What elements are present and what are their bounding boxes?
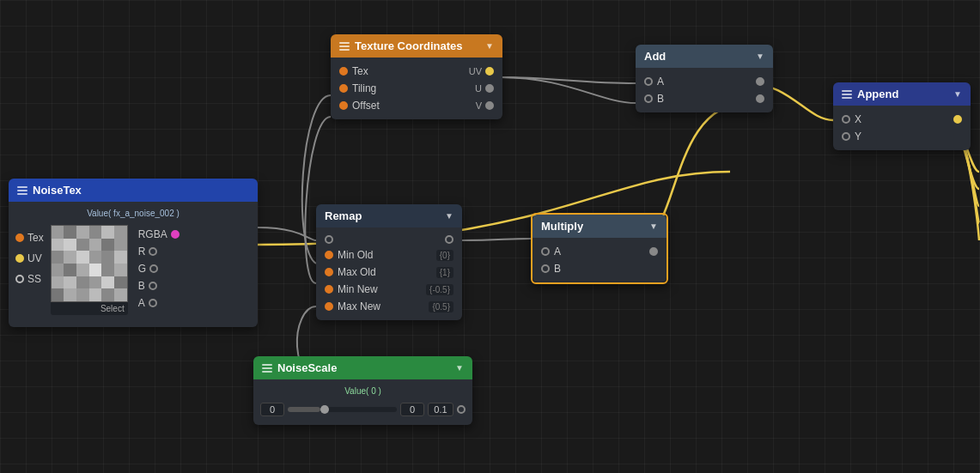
- noise-thumbnail-container: Select: [51, 225, 128, 315]
- node-noisescale: NoiseScale ▼ Value( 0 ) 0 0 0.1: [253, 356, 472, 425]
- node-noisetex: NoiseTex Value( fx_a_noise_002 ) Tex UV …: [9, 179, 258, 327]
- pin-row-b: B: [138, 280, 180, 292]
- pin-r: [149, 247, 157, 256]
- label-ss: SS: [27, 273, 41, 285]
- pin-g: [149, 264, 158, 273]
- node-add-title: Add: [644, 50, 751, 63]
- pin-minold-in: [325, 251, 333, 259]
- node-remap-header[interactable]: Remap ▼: [316, 204, 462, 227]
- pin-offset-in: [339, 101, 348, 110]
- wire-remap-to-multiply-a: [460, 239, 531, 240]
- node-multiply-row-a: A: [533, 243, 667, 260]
- label-minold: Min Old: [338, 249, 373, 261]
- label-u: U: [475, 83, 482, 94]
- node-append: Append ▼ X Y: [833, 82, 971, 150]
- label-b: B: [138, 280, 145, 292]
- menu-icon[interactable]: [339, 42, 350, 51]
- val-maxnew: {0.5}: [429, 301, 453, 312]
- wire-texcoord-uv-to-add-a: [501, 77, 636, 83]
- val-maxold: {1}: [436, 267, 453, 278]
- menu-icon[interactable]: [842, 90, 852, 99]
- label-uv: UV: [27, 252, 42, 264]
- pin-row-r: R: [138, 246, 180, 258]
- slider-row: 0 0 0.1: [253, 399, 472, 420]
- pin-row-g: G: [138, 263, 180, 275]
- label-a: A: [554, 246, 561, 258]
- slider-val-right[interactable]: 0.1: [428, 403, 453, 416]
- node-multiply-header[interactable]: Multiply ▼: [533, 215, 667, 238]
- node-append-row-y: Y: [833, 128, 971, 145]
- label-uv: UV: [469, 66, 482, 76]
- slider-track[interactable]: [288, 407, 397, 412]
- pin-row-a: A: [138, 297, 180, 309]
- node-remap-row-minold: Min Old {0}: [316, 246, 462, 264]
- pin-row-tex: Tex: [15, 232, 44, 244]
- pin-a-out: [756, 77, 764, 86]
- pin-tex: [15, 233, 24, 242]
- pin-row-uv: UV: [15, 252, 44, 264]
- pin-row-rgba: RGBA: [138, 228, 180, 240]
- node-remap-title: Remap: [325, 209, 440, 222]
- label-offset: Offset: [352, 100, 380, 112]
- wire-texcoord-uv-to-add-b: [501, 77, 636, 103]
- pin-maxnew-in: [325, 302, 333, 311]
- label-maxold: Max Old: [338, 266, 376, 278]
- pin-b-in: [644, 94, 653, 103]
- pin-minnew-in: [325, 285, 333, 294]
- chevron-down-icon[interactable]: ▼: [485, 41, 494, 51]
- menu-icon[interactable]: [262, 364, 272, 373]
- node-noisescale-header[interactable]: NoiseScale ▼: [253, 356, 472, 379]
- chevron-down-icon[interactable]: ▼: [455, 363, 464, 373]
- node-texcoord-row-tex: Tex UV: [331, 63, 502, 80]
- menu-icon[interactable]: [17, 186, 27, 195]
- pin-uv: [15, 254, 24, 263]
- node-noisetex-subtitle: Value( fx_a_noise_002 ): [9, 207, 258, 221]
- select-label[interactable]: Select: [51, 302, 128, 315]
- node-noisescale-body: Value( 0 ) 0 0 0.1: [253, 379, 472, 425]
- node-multiply-row-b: B: [533, 260, 667, 277]
- noise-thumbnail: [51, 225, 128, 302]
- chevron-down-icon[interactable]: ▼: [953, 89, 962, 99]
- chevron-down-icon[interactable]: ▼: [649, 221, 658, 231]
- label-maxnew: Max New: [338, 300, 380, 312]
- node-multiply: Multiply ▼ A B: [531, 213, 668, 284]
- pin-mult-a-in: [541, 247, 550, 256]
- chevron-down-icon[interactable]: ▼: [445, 211, 453, 221]
- pin-y-in: [842, 132, 850, 141]
- node-noisetex-body: Value( fx_a_noise_002 ) Tex UV SS: [9, 202, 258, 327]
- noisetex-content: Tex UV SS: [9, 221, 258, 322]
- node-remap-row-maxnew: Max New {0.5}: [316, 298, 462, 315]
- pin-maxold-in: [325, 268, 333, 276]
- val-minnew: {-0.5}: [426, 284, 453, 295]
- label-b: B: [657, 93, 664, 105]
- pin-u-out: [485, 84, 494, 93]
- node-multiply-title: Multiply: [541, 220, 644, 233]
- slider-thumb[interactable]: [320, 405, 329, 414]
- node-noisescale-subtitle: Value( 0 ): [253, 385, 472, 399]
- node-texcoord-header[interactable]: Texture Coordinates ▼: [331, 34, 502, 58]
- pin-remap-out: [445, 235, 453, 244]
- slider-val-mid[interactable]: 0: [400, 403, 424, 416]
- slider-val-left[interactable]: 0: [260, 403, 284, 416]
- node-append-header[interactable]: Append ▼: [833, 82, 971, 106]
- label-r: R: [138, 246, 146, 258]
- node-noisetex-title: NoiseTex: [33, 184, 249, 197]
- label-x: X: [855, 113, 861, 125]
- node-remap-row-io: [316, 233, 462, 246]
- node-texcoord-title: Texture Coordinates: [355, 39, 480, 52]
- node-noisetex-header[interactable]: NoiseTex: [9, 179, 258, 202]
- pin-append-out: [953, 115, 962, 124]
- label-minnew: Min New: [338, 283, 378, 295]
- label-b: B: [554, 263, 561, 275]
- pin-tex-in: [339, 67, 348, 76]
- label-a: A: [138, 297, 145, 309]
- label-tex: Tex: [27, 232, 44, 244]
- chevron-down-icon[interactable]: ▼: [756, 52, 764, 61]
- val-minold: {0}: [436, 250, 453, 261]
- label-g: G: [138, 263, 146, 275]
- noisetex-pins-left: Tex UV SS: [15, 225, 44, 315]
- node-remap-body: Min Old {0} Max Old {1} Min New {-0.5} M…: [316, 227, 462, 320]
- node-texcoord-body: Tex UV Tiling U Offset V: [331, 58, 502, 119]
- node-add-header[interactable]: Add ▼: [636, 45, 773, 68]
- slider-fill: [288, 407, 320, 412]
